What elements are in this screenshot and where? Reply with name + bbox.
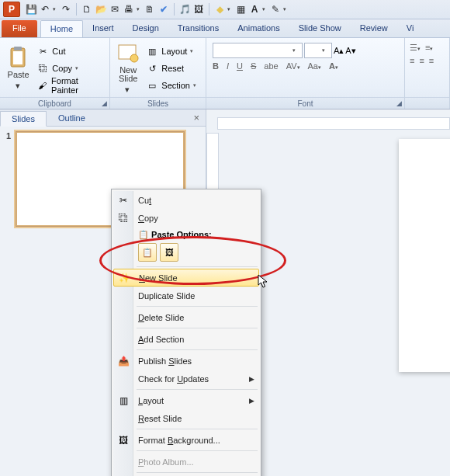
italic-button[interactable]: I	[227, 61, 229, 71]
svg-rect-2	[13, 51, 22, 64]
tab-home[interactable]: Home	[40, 20, 83, 37]
copy-button[interactable]: ⿻ Copy▾	[33, 60, 106, 77]
reset-icon: ↺	[146, 62, 158, 75]
font-color-pen-icon[interactable]: ✎	[269, 3, 282, 16]
slide-canvas[interactable]	[399, 139, 450, 372]
tab-file[interactable]: File	[2, 20, 37, 37]
panel-close-icon[interactable]: ×	[187, 110, 206, 126]
ctx-layout[interactable]: ▥ Layout ▶	[113, 391, 259, 409]
undo-icon[interactable]: ↶	[39, 3, 51, 16]
layout-icon: ▥	[146, 45, 158, 57]
font-family-combo[interactable]: ▾	[213, 43, 303, 58]
layout-icon: ▥	[117, 394, 130, 407]
ribbon-tabs: File Home Insert Design Transitions Anim…	[0, 19, 450, 38]
align-left-button[interactable]: ≡	[410, 56, 414, 65]
ctx-paste-options-label: 📋 Paste Options:	[113, 227, 259, 241]
font-color-letter-icon[interactable]: A	[248, 3, 261, 16]
ctx-format-background[interactable]: 🖼 Format Background...	[113, 431, 259, 449]
group-clipboard: Paste ▾ ✂ Cut ⿻ Copy▾ 🖌 Format Painter C…	[0, 38, 110, 109]
paste-option-picture[interactable]: 🖼	[160, 243, 178, 262]
ctx-reset-slide[interactable]: Reset Slide	[113, 409, 259, 427]
media-icon[interactable]: 🎵	[178, 3, 191, 16]
tab-cut[interactable]: Vi	[397, 20, 424, 37]
section-icon: ▭	[146, 79, 158, 92]
clipboard-icon: 📋	[138, 230, 149, 239]
copy-icon: ⿻	[36, 62, 49, 75]
underline-button[interactable]: U	[237, 61, 243, 71]
ctx-duplicate-slide[interactable]: Duplicate Slide	[113, 287, 259, 304]
new-slide-icon	[116, 43, 140, 64]
tab-insert[interactable]: Insert	[83, 20, 123, 37]
decrease-font-icon[interactable]: A▾	[345, 46, 355, 56]
print-preview-icon[interactable]: 🗎	[144, 3, 156, 16]
format-painter-button[interactable]: 🖌 Format Painter	[33, 77, 106, 94]
ctx-cut[interactable]: ✂ Cut	[113, 191, 259, 209]
font-color-button[interactable]: A▾	[329, 61, 338, 71]
context-menu: ✂ Cut ⿻ Copy 📋 Paste Options: 📋 🖼 ✨ New …	[111, 189, 261, 476]
ctx-add-section[interactable]: Add Section	[113, 330, 259, 348]
new-slide-button[interactable]: NewSlide ▾	[113, 40, 143, 97]
paintbrush-icon: 🖌	[36, 79, 48, 92]
group-font: ▾ ▾ A▴ A▾ B I U S abe AV▾ Aa▾ A▾ Font◢	[206, 38, 405, 109]
reset-button[interactable]: ↺ Reset	[143, 60, 202, 77]
char-spacing-button[interactable]: AV▾	[286, 61, 300, 71]
tab-slideshow[interactable]: Slide Show	[289, 20, 351, 37]
cut-button[interactable]: ✂ Cut	[33, 43, 106, 60]
new-file-icon[interactable]: 🗋	[81, 3, 93, 16]
submenu-arrow-icon: ▶	[249, 375, 254, 383]
panel-tab-outline[interactable]: Outline	[47, 110, 97, 126]
paste-icon	[6, 47, 31, 68]
align-right-button[interactable]: ≡	[429, 56, 434, 65]
ribbon: Paste ▾ ✂ Cut ⿻ Copy▾ 🖌 Format Painter C…	[0, 38, 450, 109]
ctx-delete-slide[interactable]: Delete Slide	[113, 308, 259, 326]
ruler-horizontal	[217, 117, 450, 130]
paste-option-theme[interactable]: 📋	[138, 243, 157, 262]
align-center-button[interactable]: ≡	[419, 56, 424, 65]
mail-icon[interactable]: ✉	[109, 3, 121, 16]
ctx-check-updates[interactable]: Check for Updates ▶	[113, 370, 259, 387]
ctx-photo-album: Photo Album...	[113, 453, 259, 471]
increase-font-icon[interactable]: A▴	[334, 46, 344, 56]
new-slide-icon: ✨	[118, 272, 130, 284]
numbering-button[interactable]: ≡▾	[425, 43, 433, 53]
paste-button[interactable]: Paste ▾	[3, 40, 33, 97]
publish-icon: 📤	[117, 355, 130, 367]
scissors-icon: ✂	[117, 194, 130, 207]
ctx-new-slide[interactable]: ✨ New Slide	[113, 269, 259, 287]
quick-access-toolbar: P 💾 ↶▾ ↷ 🗋 📂 ✉ 🖶▾ 🗎 ✔ 🎵 🖼 ◆▾ ▦ A▾ ✎▾	[0, 0, 450, 19]
strike-button[interactable]: S	[251, 61, 256, 71]
shape-fill-icon[interactable]: ◆	[213, 3, 226, 16]
bold-button[interactable]: B	[213, 61, 219, 71]
open-file-icon[interactable]: 📂	[95, 3, 107, 16]
tab-design[interactable]: Design	[123, 20, 168, 37]
ctx-publish-slides[interactable]: 📤 Publish Slides	[113, 352, 259, 370]
tab-transitions[interactable]: Transitions	[168, 20, 228, 37]
spelling-icon[interactable]: ✔	[158, 3, 170, 16]
tab-review[interactable]: Review	[351, 20, 397, 37]
svg-rect-1	[14, 47, 22, 50]
dialog-launcher-icon[interactable]: ◢	[102, 99, 107, 107]
shadow-button[interactable]: abe	[264, 61, 278, 71]
powerpoint-app-icon[interactable]: P	[3, 2, 20, 17]
thumb-number: 1	[6, 131, 11, 227]
paste-theme-icon: 📋	[142, 248, 153, 258]
save-icon[interactable]: 💾	[25, 3, 37, 16]
redo-icon[interactable]: ↷	[60, 3, 72, 16]
table-icon[interactable]: ▦	[234, 3, 247, 16]
bullets-button[interactable]: ☰▾	[410, 43, 421, 53]
panel-tab-slides[interactable]: Slides	[0, 111, 47, 127]
group-paragraph: ☰▾ ≡▾ ≡ ≡ ≡	[405, 38, 450, 109]
copy-icon: ⿻	[117, 212, 130, 224]
group-slides: NewSlide ▾ ▥ Layout▾ ↺ Reset ▭ Section▾ …	[110, 38, 206, 109]
picture-icon[interactable]: 🖼	[192, 3, 205, 16]
change-case-button[interactable]: Aa▾	[308, 61, 321, 71]
submenu-arrow-icon: ▶	[249, 397, 254, 405]
font-size-combo[interactable]: ▾	[304, 43, 332, 58]
dialog-launcher-icon[interactable]: ◢	[396, 99, 402, 107]
section-button[interactable]: ▭ Section▾	[143, 77, 202, 94]
scissors-icon: ✂	[36, 45, 49, 57]
quick-print-icon[interactable]: 🖶	[123, 3, 135, 16]
ctx-copy[interactable]: ⿻ Copy	[113, 209, 259, 227]
layout-button[interactable]: ▥ Layout▾	[143, 43, 202, 60]
tab-animations[interactable]: Animations	[228, 20, 289, 37]
